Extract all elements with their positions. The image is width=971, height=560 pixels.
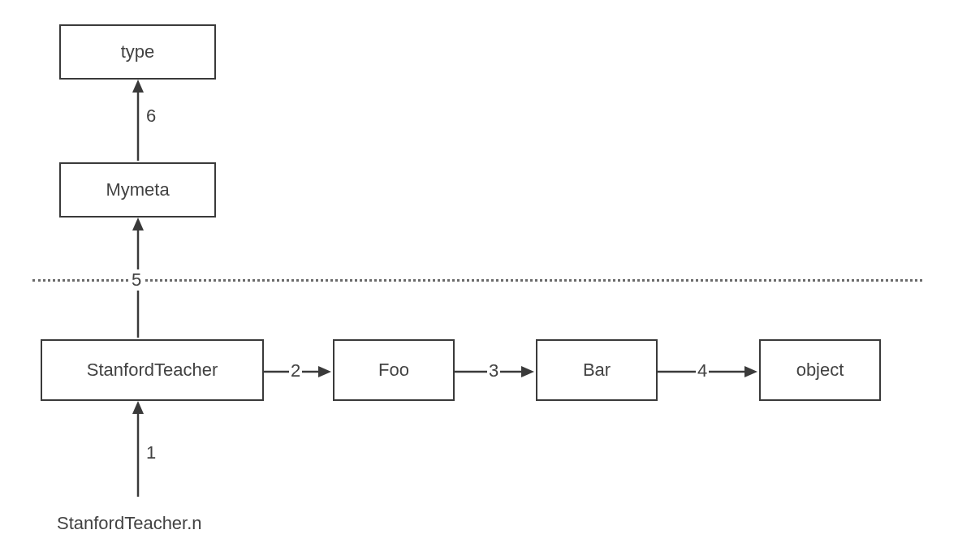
svg-marker-7 (521, 366, 534, 377)
edge-2-label: 2 (289, 360, 302, 381)
free-text-bottom: StanfordTeacher.n (57, 513, 202, 534)
node-bar: Bar (536, 339, 658, 401)
svg-marker-11 (132, 401, 144, 414)
node-type-label: type (121, 41, 155, 62)
node-stanfordteacher-label: StanfordTeacher (87, 360, 218, 381)
edge-1-label: 1 (145, 442, 158, 463)
edge-6-label: 6 (145, 106, 158, 127)
node-mymeta: Mymeta (59, 162, 216, 218)
edge-4-label: 4 (696, 360, 709, 381)
node-mymeta-label: Mymeta (106, 179, 169, 200)
node-foo: Foo (333, 339, 455, 401)
svg-marker-9 (744, 366, 757, 377)
node-foo-label: Foo (378, 360, 409, 381)
dotted-divider (32, 279, 922, 282)
edge-3-label: 3 (487, 360, 500, 381)
arrow-1 (130, 401, 146, 498)
node-type: type (59, 24, 216, 80)
edge-5-label: 5 (130, 269, 143, 291)
node-stanfordteacher: StanfordTeacher (41, 339, 264, 401)
node-object: object (759, 339, 881, 401)
svg-marker-3 (132, 218, 144, 230)
node-bar-label: Bar (583, 360, 611, 381)
svg-marker-1 (132, 80, 144, 93)
node-object-label: object (796, 360, 844, 381)
arrow-6 (130, 80, 146, 162)
svg-marker-5 (318, 366, 331, 377)
